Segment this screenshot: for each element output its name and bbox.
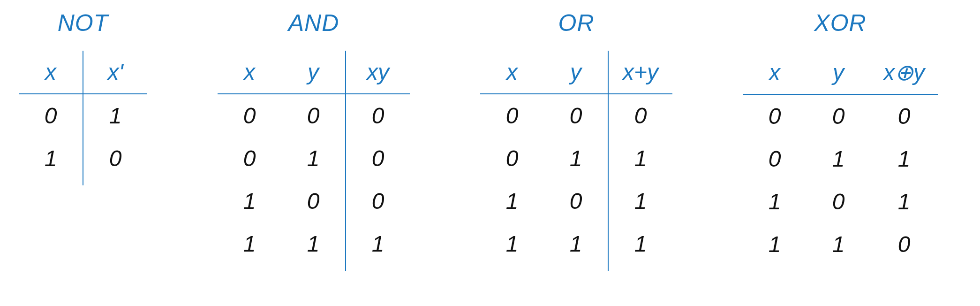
cell: 1 bbox=[807, 223, 870, 271]
cell: 0 bbox=[19, 94, 83, 137]
cell: 1 bbox=[544, 222, 608, 271]
and-header-out: xy bbox=[346, 51, 410, 94]
cell: 0 bbox=[281, 180, 346, 222]
cell: 0 bbox=[346, 180, 410, 222]
table-row: 1 1 0 bbox=[743, 223, 938, 271]
cell: 1 bbox=[870, 180, 938, 223]
table-row: 0 1 1 bbox=[480, 137, 672, 180]
and-table-panel: AND x y xy 0 0 0 0 1 0 1 0 0 bbox=[218, 9, 410, 271]
cell: 0 bbox=[743, 138, 807, 180]
cell: 1 bbox=[346, 222, 410, 271]
or-table-panel: OR x y x+y 0 0 0 0 1 1 1 0 1 bbox=[480, 9, 672, 271]
and-header-x: x bbox=[218, 51, 281, 94]
cell: 0 bbox=[218, 137, 281, 180]
or-header-x: x bbox=[480, 51, 544, 94]
cell: 1 bbox=[218, 222, 281, 271]
cell: 1 bbox=[480, 222, 544, 271]
and-header-y: y bbox=[281, 51, 346, 94]
cell: 0 bbox=[544, 180, 608, 222]
table-row: 1 1 1 bbox=[218, 222, 410, 271]
cell: 1 bbox=[608, 222, 672, 271]
cell: 0 bbox=[608, 94, 672, 137]
table-row: 1 0 1 bbox=[743, 180, 938, 223]
cell: 1 bbox=[608, 137, 672, 180]
not-table: x x' 0 1 1 0 bbox=[19, 51, 147, 185]
cell: 1 bbox=[743, 223, 807, 271]
cell: 1 bbox=[19, 137, 83, 185]
cell: 1 bbox=[281, 222, 346, 271]
or-table: x y x+y 0 0 0 0 1 1 1 0 1 1 1 bbox=[480, 51, 672, 271]
table-row: 1 0 bbox=[19, 137, 147, 185]
cell: 0 bbox=[346, 137, 410, 180]
and-title: AND bbox=[288, 9, 339, 37]
cell: 1 bbox=[608, 180, 672, 222]
table-row: 0 0 0 bbox=[743, 94, 938, 138]
cell: 1 bbox=[83, 94, 147, 137]
cell: 0 bbox=[807, 94, 870, 138]
cell: 0 bbox=[218, 94, 281, 137]
cell: 1 bbox=[743, 180, 807, 223]
not-title: NOT bbox=[58, 9, 109, 37]
cell: 0 bbox=[807, 180, 870, 223]
cell: 0 bbox=[544, 94, 608, 137]
cell: 1 bbox=[218, 180, 281, 222]
cell: 1 bbox=[870, 138, 938, 180]
xor-header-y: y bbox=[807, 51, 870, 94]
and-table: x y xy 0 0 0 0 1 0 1 0 0 1 1 bbox=[218, 51, 410, 271]
not-table-panel: NOT x x' 0 1 1 0 bbox=[19, 9, 147, 185]
not-header-x: x bbox=[19, 51, 83, 94]
cell: 0 bbox=[480, 137, 544, 180]
not-header-out: x' bbox=[83, 51, 147, 94]
xor-header-x: x bbox=[743, 51, 807, 94]
cell: 0 bbox=[743, 94, 807, 138]
xor-table-panel: XOR x y x⊕y 0 0 0 0 1 1 1 0 1 bbox=[743, 9, 938, 271]
table-row: 1 1 1 bbox=[480, 222, 672, 271]
xor-table: x y x⊕y 0 0 0 0 1 1 1 0 1 1 1 bbox=[743, 51, 938, 271]
or-header-y: y bbox=[544, 51, 608, 94]
cell: 0 bbox=[346, 94, 410, 137]
cell: 0 bbox=[480, 94, 544, 137]
or-title: OR bbox=[558, 9, 595, 37]
xor-header-out: x⊕y bbox=[870, 51, 938, 94]
table-row: 0 1 1 bbox=[743, 138, 938, 180]
table-row: 0 1 bbox=[19, 94, 147, 137]
xor-title: XOR bbox=[814, 9, 866, 37]
or-header-out: x+y bbox=[608, 51, 672, 94]
cell: 1 bbox=[480, 180, 544, 222]
table-row: 0 1 0 bbox=[218, 137, 410, 180]
cell: 1 bbox=[281, 137, 346, 180]
table-row: 0 0 0 bbox=[218, 94, 410, 137]
cell: 0 bbox=[83, 137, 147, 185]
table-row: 0 0 0 bbox=[480, 94, 672, 137]
cell: 1 bbox=[807, 138, 870, 180]
cell: 0 bbox=[870, 94, 938, 138]
cell: 0 bbox=[870, 223, 938, 271]
table-row: 1 0 0 bbox=[218, 180, 410, 222]
cell: 0 bbox=[281, 94, 346, 137]
table-row: 1 0 1 bbox=[480, 180, 672, 222]
cell: 1 bbox=[544, 137, 608, 180]
